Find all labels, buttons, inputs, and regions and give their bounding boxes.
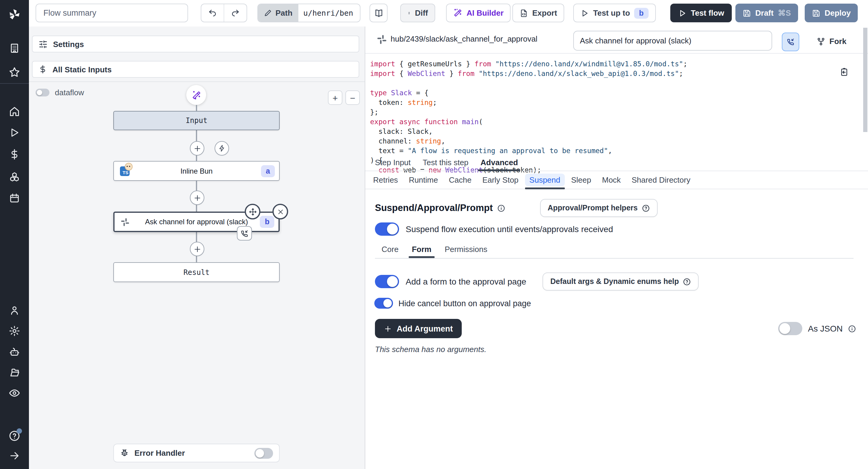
- top-toolbar: Path u/henri/ben Diff AI Builder Export …: [29, 0, 868, 27]
- undo-button[interactable]: [201, 4, 224, 22]
- dollar-sign-icon[interactable]: [9, 149, 20, 160]
- help-circle-icon[interactable]: [9, 430, 20, 442]
- draft-button[interactable]: Draft ⌘S: [735, 4, 798, 22]
- flow-node-input[interactable]: Input: [113, 111, 280, 130]
- folder-open-icon[interactable]: [9, 367, 20, 378]
- test-up-to-label: Test up to: [593, 8, 630, 18]
- result-node-label: Result: [184, 268, 210, 276]
- tab-cache[interactable]: Cache: [443, 170, 477, 189]
- error-handler-toggle[interactable]: [254, 447, 273, 459]
- add-step-button[interactable]: [190, 141, 204, 156]
- flow-node-inline-bun[interactable]: TS Inline Bun a: [113, 161, 280, 181]
- ai-builder-button[interactable]: AI Builder: [446, 4, 511, 22]
- flow-node-result[interactable]: Result: [113, 262, 280, 282]
- redo-button[interactable]: [224, 4, 247, 22]
- hub-script-path: hub/2439/slack/ask_channel_for_approval: [391, 34, 537, 43]
- add-form-toggle[interactable]: [375, 275, 399, 288]
- save-icon: [743, 9, 751, 17]
- fork-button[interactable]: Fork: [813, 33, 850, 50]
- calendar-icon[interactable]: [9, 193, 20, 204]
- typescript-bun-icon: TS: [120, 166, 130, 176]
- suspend-toggle-label: Suspend flow execution until events/appr…: [406, 224, 613, 234]
- add-step-button[interactable]: [190, 242, 204, 256]
- add-argument-button[interactable]: Add Argument: [375, 319, 462, 338]
- test-flow-label: Test flow: [691, 8, 724, 18]
- hide-cancel-toggle[interactable]: [374, 298, 393, 309]
- dataflow-toggle-row: dataflow: [36, 88, 84, 97]
- zoom-in-button[interactable]: +: [328, 90, 342, 105]
- eye-icon[interactable]: [9, 387, 20, 399]
- as-json-toggle[interactable]: [778, 322, 803, 335]
- empty-schema-text: This schema has no arguments.: [375, 345, 487, 354]
- flow-settings-button[interactable]: Settings: [32, 36, 359, 53]
- tab-early-stop[interactable]: Early Stop: [477, 170, 524, 189]
- draft-label: Draft: [755, 8, 774, 18]
- gear-icon[interactable]: [9, 325, 20, 336]
- default-args-help-button[interactable]: Default args & Dynamic enums help: [542, 273, 699, 290]
- test-flow-button[interactable]: Test flow: [670, 4, 732, 22]
- suspend-toggle-row: Suspend flow execution until events/appr…: [375, 222, 613, 236]
- robot-icon[interactable]: [9, 347, 20, 357]
- tab-permissions[interactable]: Permissions: [438, 241, 494, 257]
- sidebar-divider: [0, 83, 29, 84]
- delete-step-button[interactable]: [273, 204, 288, 219]
- user-icon[interactable]: [9, 305, 20, 316]
- runs-play-icon[interactable]: [9, 127, 20, 138]
- edit-path-button[interactable]: Path: [258, 4, 299, 22]
- tab-retries[interactable]: Retries: [368, 170, 403, 189]
- info-icon[interactable]: [497, 204, 505, 212]
- phone-incoming-icon: [241, 229, 248, 237]
- error-handler-label: Error Handler: [134, 448, 185, 458]
- arrow-right-icon[interactable]: [9, 450, 20, 461]
- docs-button[interactable]: [370, 4, 388, 22]
- tab-step-input[interactable]: Step Input: [369, 154, 417, 170]
- copy-code-button[interactable]: [840, 67, 849, 76]
- boxes-icon[interactable]: [9, 171, 20, 182]
- windmill-logo-icon[interactable]: [8, 8, 21, 21]
- approval-prompt-helpers-button[interactable]: Approval/Prompt helpers: [540, 199, 658, 217]
- zoom-out-button[interactable]: −: [345, 90, 360, 105]
- path-label: Path: [276, 8, 292, 18]
- building-icon[interactable]: [9, 43, 20, 54]
- helpers-button-label: Approval/Prompt helpers: [548, 204, 638, 212]
- path-value[interactable]: u/henri/ben: [299, 4, 358, 22]
- suspend-toggle[interactable]: [375, 222, 399, 236]
- diff-button[interactable]: Diff: [400, 4, 435, 22]
- tab-runtime[interactable]: Runtime: [403, 170, 443, 189]
- panel-scrollbar[interactable]: [863, 28, 867, 132]
- tab-shared-directory[interactable]: Shared Directory: [626, 170, 696, 189]
- ai-flow-wand-button[interactable]: [186, 85, 206, 105]
- info-icon[interactable]: [848, 324, 856, 333]
- tab-core[interactable]: Core: [375, 241, 405, 257]
- star-icon[interactable]: [9, 67, 20, 78]
- dollar-sign-icon: [38, 65, 47, 73]
- deploy-button[interactable]: Deploy: [805, 4, 858, 22]
- add-form-row: Add a form to the approval page Default …: [375, 273, 699, 290]
- test-up-to-step-badge: b: [634, 7, 648, 19]
- add-trigger-button[interactable]: [215, 141, 229, 156]
- suspend-indicator-button[interactable]: [782, 33, 799, 51]
- bun-icon: [125, 163, 133, 170]
- step-summary-input[interactable]: [573, 31, 772, 51]
- tab-sleep[interactable]: Sleep: [566, 170, 597, 189]
- home-icon[interactable]: [9, 106, 20, 117]
- tab-test-this-step[interactable]: Test this step: [417, 154, 475, 170]
- flow-summary-input[interactable]: [42, 8, 181, 18]
- move-step-button[interactable]: [245, 204, 260, 219]
- export-button[interactable]: Export: [513, 4, 564, 22]
- error-handler-bar[interactable]: Error Handler: [113, 444, 280, 462]
- tab-mock[interactable]: Mock: [597, 170, 626, 189]
- ai-builder-label: AI Builder: [467, 8, 504, 18]
- undo-redo-group: [201, 4, 247, 22]
- tab-suspend[interactable]: Suspend: [524, 170, 566, 189]
- add-step-button[interactable]: [190, 190, 204, 205]
- test-up-to-button[interactable]: Test up to b: [573, 4, 656, 22]
- all-static-inputs-label: All Static Inputs: [53, 65, 112, 74]
- dataflow-toggle[interactable]: [36, 89, 50, 96]
- suspend-phone-badge[interactable]: [237, 226, 252, 241]
- all-static-inputs-button[interactable]: All Static Inputs: [32, 61, 359, 78]
- play-icon: [678, 9, 687, 17]
- approval-node-label: Ask channel for approval (slack): [145, 218, 248, 226]
- tab-advanced[interactable]: Advanced: [474, 154, 524, 170]
- tab-form[interactable]: Form: [405, 241, 438, 257]
